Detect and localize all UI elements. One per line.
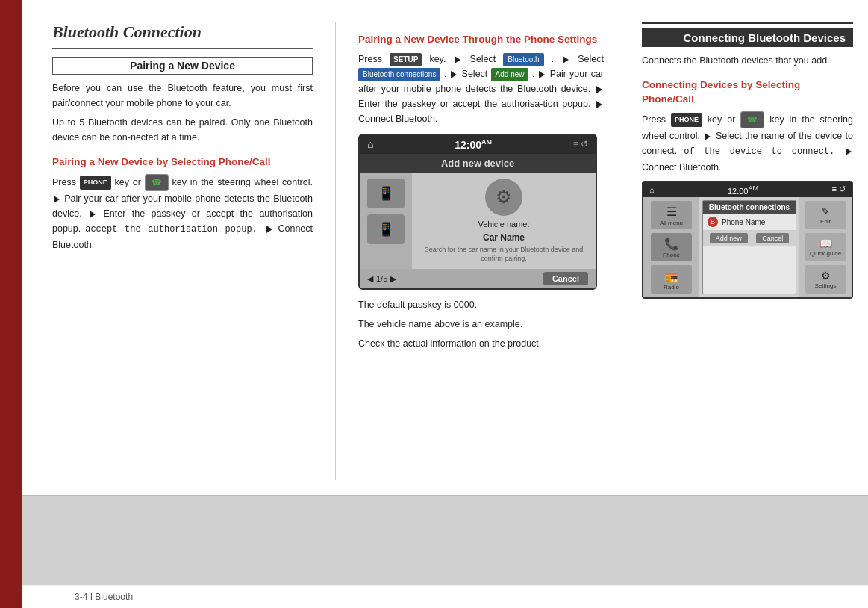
col2-select-text: Select [470, 54, 496, 64]
edit-label: Edit [820, 218, 831, 225]
col3-body2: Press PHONE key or ☎ key in the steering… [642, 111, 853, 175]
bottom-area [22, 495, 868, 585]
col3-mono: of the device to connect. [684, 146, 844, 157]
footer-text: 3-4 I Bluetooth [75, 592, 133, 602]
col3-press-text: Press [642, 114, 666, 125]
bluetooth-icon: B [708, 217, 718, 227]
call-key-badge: ☎ [145, 174, 169, 192]
nav-icon-all: ☰ All menu [651, 201, 692, 229]
screen-vehicle-label: Vehicle name: [478, 219, 529, 229]
triangle-3 [266, 226, 272, 233]
screen-right-content: ⚙ Vehicle name: Car Name Search for the … [412, 173, 596, 270]
passkey-note3: Check the actual information on the prod… [358, 336, 604, 351]
screen2-time: 12:00AM [728, 184, 758, 196]
phone-key-badge: PHONE [80, 176, 111, 189]
screen2-body: ☰ All menu 📞 Phone 📻 Radio [643, 197, 852, 297]
screen2-right-icons: ✎ Edit 📖 Quick guide ⚙ Settings [799, 197, 852, 297]
nav-icon-radio: 📻 Radio [651, 265, 692, 294]
section1-heading: Pairing a New Device [52, 57, 313, 75]
screen2-popup: Bluetooth connections B Phone Name Add n… [702, 200, 796, 294]
screen-main-1: 📱 📱 ⚙ Vehicle name: Car Name Search for … [360, 173, 596, 270]
popup-header: Bluetooth connections [703, 201, 796, 214]
add-new-btn[interactable]: Add new [710, 233, 748, 243]
col2-triangle-1 [455, 56, 460, 63]
section1-body2: Up to 5 Bluetooth devices can be paired.… [52, 115, 313, 145]
main-content: Bluetooth Connection Pairing a New Devic… [22, 0, 868, 608]
right-icon-guide: 📖 Quick guide [805, 233, 846, 261]
col3-body2b: key or [708, 114, 736, 125]
footer: 3-4 I Bluetooth [22, 585, 868, 608]
col2-press-text: Press [358, 54, 382, 64]
bluetooth-conn-badge: Bluetooth connections [358, 68, 440, 81]
section2-body2: key in the steering wheel control. [172, 177, 313, 187]
screen-search-text: Search for the car name in your Bluetoot… [418, 246, 590, 263]
nav-icon-phone: 📞 Phone [651, 233, 692, 261]
screen2-icons: ≡ ↺ [832, 184, 846, 194]
screen-icon-1: 📱 [367, 179, 405, 208]
col2-select3-text: Select [462, 69, 488, 79]
call-btn-2: ☎ [740, 111, 764, 129]
settings-label: Settings [815, 282, 837, 289]
nav-phone-symbol: 📞 [664, 237, 679, 251]
screen-nav-bar: ◀ 1/5 ▶ Cancel [360, 269, 596, 288]
col2-key-text: key. [429, 54, 446, 64]
col2-body-para: Press SETUP key. Select Bluetooth . Sele… [358, 52, 604, 126]
screen-icons-right: ≡ ↺ [573, 139, 588, 149]
guide-label: Quick guide [810, 250, 841, 257]
col2-select2-text: Select [578, 54, 604, 64]
col3-triangle-2 [846, 148, 852, 155]
screen-left-icons: 📱 📱 [360, 173, 412, 270]
col2-triangle-4 [539, 71, 545, 78]
screen2-ampm: AM [748, 184, 758, 192]
arrow-right[interactable]: ▶ [390, 274, 396, 284]
section2-heading: Pairing a New Device by Selecting Phone/… [52, 155, 313, 170]
sidebar [0, 0, 22, 608]
phone-key-badge-2: PHONE [671, 113, 702, 126]
nav-label-radio: Radio [664, 284, 679, 291]
col2-triangle-3 [451, 71, 457, 78]
column-1: Bluetooth Connection Pairing a New Devic… [52, 22, 336, 480]
col2-triangle-6 [596, 101, 602, 108]
popup-device-row: B Phone Name [703, 214, 796, 231]
triangle-1 [54, 196, 60, 203]
section2-body-text: key or [115, 177, 141, 187]
col3-body2e: Connect Bluetooth. [642, 162, 721, 173]
screen-gear-icon: ⚙ [485, 179, 522, 216]
bluetooth-key-badge: Bluetooth [503, 53, 543, 66]
cancel-btn-2[interactable]: Cancel [756, 233, 789, 243]
screen-mockup-2: ⌂ 12:00AM ≡ ↺ ☰ All menu 📞 [642, 181, 853, 300]
col2-triangle-2 [563, 56, 569, 63]
triangle-2 [90, 211, 96, 218]
col2-triangle-5 [596, 86, 602, 93]
col2-heading: Pairing a New Device Through the Phone S… [358, 33, 604, 47]
col2-body5: Enter the passkey or accept the authoris… [358, 99, 590, 109]
column-2: Pairing a New Device Through the Phone S… [336, 22, 619, 480]
mono-text-1: accept the authorisation popup. [85, 224, 264, 235]
arrow-left[interactable]: ◀ [367, 274, 373, 284]
section2-body: Press PHONE key or ☎ key in the steering… [52, 174, 313, 252]
screen-icon-2: 📱 [367, 214, 405, 244]
edit-symbol: ✎ [821, 205, 830, 217]
setup-key-badge: SETUP [390, 53, 422, 66]
screen-vehicle-name: Car Name [483, 232, 525, 243]
col3-triangle-1 [705, 133, 711, 140]
page-indicator: 1/5 [376, 274, 387, 284]
screen2-home-icon: ⌂ [649, 185, 655, 194]
screen2-left-nav: ☰ All menu 📞 Phone 📻 Radio [643, 197, 699, 297]
cancel-btn-1[interactable]: Cancel [543, 272, 588, 285]
col3-border-top: Connecting Bluetooth Devices [642, 22, 853, 47]
nav-icon-all-symbol: ☰ [666, 205, 677, 219]
guide-symbol: 📖 [819, 238, 832, 249]
col3-heading1: Connecting Bluetooth Devices [642, 28, 853, 47]
section1-body1: Before you can use the Bluetooth feature… [52, 81, 313, 111]
device-name: Phone Name [722, 218, 765, 226]
screen-ampm-1: AM [481, 138, 492, 146]
right-icon-settings: ⚙ Settings [805, 265, 846, 294]
passkey-note1: The default passkey is 0000. [358, 297, 604, 312]
column-3: Connecting Bluetooth Devices Connects th… [619, 22, 853, 480]
screen-body-1: Add new device 📱 📱 ⚙ Vehicle name: Car N… [360, 154, 596, 289]
columns-wrapper: Bluetooth Connection Pairing a New Devic… [22, 0, 868, 495]
nav-label-phone: Phone [663, 252, 680, 258]
popup-footer: Add new Cancel [703, 231, 796, 246]
nav-label-all: All menu [660, 220, 683, 226]
